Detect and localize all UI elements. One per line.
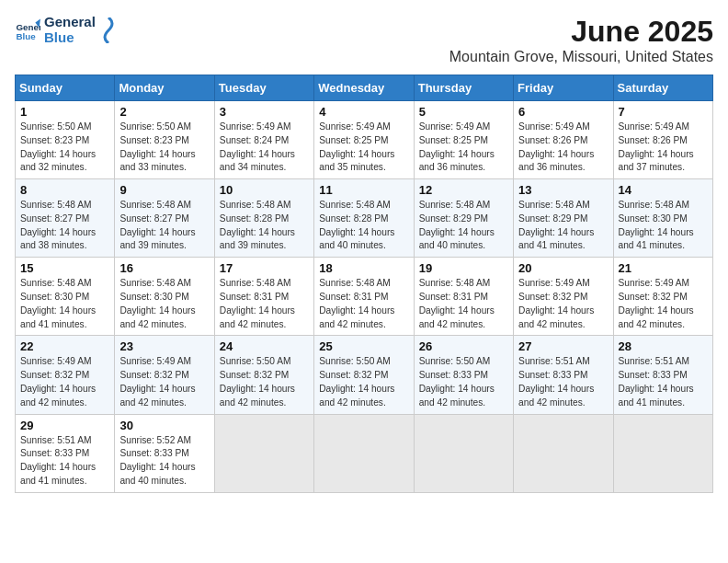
svg-text:Blue: Blue — [16, 30, 36, 40]
calendar-cell: 9 Sunrise: 5:48 AMSunset: 8:27 PMDayligh… — [115, 179, 214, 258]
cell-content: Sunrise: 5:50 AMSunset: 8:32 PMDaylight:… — [220, 356, 295, 407]
day-header-thursday: Thursday — [414, 75, 513, 101]
logo-wave-icon — [99, 17, 118, 43]
day-number: 12 — [419, 183, 508, 197]
calendar-cell: 27 Sunrise: 5:51 AMSunset: 8:33 PMDaylig… — [514, 336, 613, 414]
day-number: 7 — [619, 105, 708, 119]
day-header-tuesday: Tuesday — [214, 75, 313, 101]
day-number: 13 — [518, 183, 608, 197]
cell-content: Sunrise: 5:51 AMSunset: 8:33 PMDaylight:… — [20, 435, 96, 486]
day-number: 9 — [119, 183, 209, 197]
calendar-cell: 16 Sunrise: 5:48 AMSunset: 8:30 PMDaylig… — [115, 258, 214, 336]
calendar-cell: 10 Sunrise: 5:48 AMSunset: 8:28 PMDaylig… — [214, 179, 313, 258]
day-number: 17 — [220, 261, 309, 275]
day-number: 6 — [518, 105, 608, 119]
cell-content: Sunrise: 5:49 AMSunset: 8:32 PMDaylight:… — [119, 356, 195, 407]
calendar-cell: 8 Sunrise: 5:48 AMSunset: 8:27 PMDayligh… — [16, 179, 115, 258]
cell-content: Sunrise: 5:49 AMSunset: 8:24 PMDaylight:… — [220, 121, 295, 172]
calendar-cell: 29 Sunrise: 5:51 AMSunset: 8:33 PMDaylig… — [16, 414, 115, 492]
day-header-wednesday: Wednesday — [314, 75, 414, 101]
calendar-cell: 11 Sunrise: 5:48 AMSunset: 8:28 PMDaylig… — [314, 179, 414, 258]
calendar-cell — [214, 414, 313, 492]
day-header-monday: Monday — [115, 75, 214, 101]
cell-content: Sunrise: 5:48 AMSunset: 8:28 PMDaylight:… — [220, 200, 295, 250]
cell-content: Sunrise: 5:48 AMSunset: 8:27 PMDaylight:… — [119, 200, 195, 250]
day-number: 25 — [319, 339, 408, 353]
calendar-header-row: SundayMondayTuesdayWednesdayThursdayFrid… — [16, 75, 713, 101]
calendar-cell: 20 Sunrise: 5:49 AMSunset: 8:32 PMDaylig… — [514, 258, 613, 336]
calendar-cell: 23 Sunrise: 5:49 AMSunset: 8:32 PMDaylig… — [115, 336, 214, 414]
day-number: 21 — [619, 261, 708, 275]
calendar-cell — [314, 414, 414, 492]
cell-content: Sunrise: 5:48 AMSunset: 8:27 PMDaylight:… — [20, 200, 96, 250]
cell-content: Sunrise: 5:50 AMSunset: 8:23 PMDaylight:… — [20, 121, 96, 172]
logo: General Blue General Blue — [15, 15, 118, 45]
day-number: 18 — [319, 261, 408, 275]
calendar-cell: 1 Sunrise: 5:50 AMSunset: 8:23 PMDayligh… — [16, 101, 115, 179]
cell-content: Sunrise: 5:50 AMSunset: 8:32 PMDaylight:… — [319, 356, 394, 407]
calendar-week-row: 8 Sunrise: 5:48 AMSunset: 8:27 PMDayligh… — [16, 179, 713, 258]
calendar-cell: 24 Sunrise: 5:50 AMSunset: 8:32 PMDaylig… — [214, 336, 313, 414]
cell-content: Sunrise: 5:49 AMSunset: 8:32 PMDaylight:… — [619, 278, 694, 328]
cell-content: Sunrise: 5:49 AMSunset: 8:25 PMDaylight:… — [319, 121, 394, 172]
day-number: 14 — [619, 183, 708, 197]
cell-content: Sunrise: 5:49 AMSunset: 8:26 PMDaylight:… — [518, 121, 594, 172]
day-number: 23 — [119, 339, 209, 353]
cell-content: Sunrise: 5:48 AMSunset: 8:28 PMDaylight:… — [319, 200, 394, 250]
calendar-cell — [414, 414, 513, 492]
calendar-cell — [514, 414, 613, 492]
day-header-sunday: Sunday — [16, 75, 115, 101]
calendar-cell: 22 Sunrise: 5:49 AMSunset: 8:32 PMDaylig… — [16, 336, 115, 414]
day-header-saturday: Saturday — [613, 75, 712, 101]
calendar-cell: 13 Sunrise: 5:48 AMSunset: 8:29 PMDaylig… — [514, 179, 613, 258]
calendar-cell: 5 Sunrise: 5:49 AMSunset: 8:25 PMDayligh… — [414, 101, 513, 179]
header: General Blue General Blue June 2025 Moun… — [15, 15, 713, 65]
calendar-cell: 12 Sunrise: 5:48 AMSunset: 8:29 PMDaylig… — [414, 179, 513, 258]
cell-content: Sunrise: 5:48 AMSunset: 8:31 PMDaylight:… — [220, 278, 295, 328]
calendar-cell: 17 Sunrise: 5:48 AMSunset: 8:31 PMDaylig… — [214, 258, 313, 336]
cell-content: Sunrise: 5:48 AMSunset: 8:29 PMDaylight:… — [419, 200, 495, 250]
day-number: 26 — [419, 339, 508, 353]
cell-content: Sunrise: 5:50 AMSunset: 8:33 PMDaylight:… — [419, 356, 495, 407]
calendar-cell: 18 Sunrise: 5:48 AMSunset: 8:31 PMDaylig… — [314, 258, 414, 336]
day-number: 4 — [319, 105, 408, 119]
title-area: June 2025 Mountain Grove, Missouri, Unit… — [449, 15, 713, 65]
calendar-cell: 15 Sunrise: 5:48 AMSunset: 8:30 PMDaylig… — [16, 258, 115, 336]
cell-content: Sunrise: 5:49 AMSunset: 8:32 PMDaylight:… — [20, 356, 96, 407]
calendar-cell: 4 Sunrise: 5:49 AMSunset: 8:25 PMDayligh… — [314, 101, 414, 179]
day-number: 15 — [20, 261, 109, 275]
day-header-friday: Friday — [514, 75, 613, 101]
day-number: 24 — [220, 339, 309, 353]
calendar-cell: 19 Sunrise: 5:48 AMSunset: 8:31 PMDaylig… — [414, 258, 513, 336]
calendar-table: SundayMondayTuesdayWednesdayThursdayFrid… — [15, 75, 713, 493]
day-number: 22 — [20, 339, 109, 353]
day-number: 28 — [619, 339, 708, 353]
calendar-cell: 30 Sunrise: 5:52 AMSunset: 8:33 PMDaylig… — [115, 414, 214, 492]
cell-content: Sunrise: 5:48 AMSunset: 8:30 PMDaylight:… — [119, 278, 195, 328]
cell-content: Sunrise: 5:48 AMSunset: 8:30 PMDaylight:… — [20, 278, 96, 328]
cell-content: Sunrise: 5:48 AMSunset: 8:29 PMDaylight:… — [518, 200, 594, 250]
calendar-week-row: 15 Sunrise: 5:48 AMSunset: 8:30 PMDaylig… — [16, 258, 713, 336]
day-number: 20 — [518, 261, 608, 275]
day-number: 29 — [20, 419, 109, 432]
calendar-cell: 3 Sunrise: 5:49 AMSunset: 8:24 PMDayligh… — [214, 101, 313, 179]
calendar-cell: 21 Sunrise: 5:49 AMSunset: 8:32 PMDaylig… — [613, 258, 712, 336]
calendar-cell: 26 Sunrise: 5:50 AMSunset: 8:33 PMDaylig… — [414, 336, 513, 414]
cell-content: Sunrise: 5:48 AMSunset: 8:31 PMDaylight:… — [419, 278, 495, 328]
day-number: 3 — [220, 105, 309, 119]
day-number: 1 — [20, 105, 109, 119]
location-title: Mountain Grove, Missouri, United States — [449, 49, 713, 65]
day-number: 19 — [419, 261, 508, 275]
month-title: June 2025 — [449, 15, 713, 49]
calendar-week-row: 1 Sunrise: 5:50 AMSunset: 8:23 PMDayligh… — [16, 101, 713, 179]
calendar-week-row: 29 Sunrise: 5:51 AMSunset: 8:33 PMDaylig… — [16, 414, 713, 492]
day-number: 10 — [220, 183, 309, 197]
day-number: 8 — [20, 183, 109, 197]
cell-content: Sunrise: 5:49 AMSunset: 8:26 PMDaylight:… — [619, 121, 694, 172]
logo-icon: General Blue — [15, 17, 40, 43]
calendar-cell: 25 Sunrise: 5:50 AMSunset: 8:32 PMDaylig… — [314, 336, 414, 414]
calendar-cell — [613, 414, 712, 492]
logo-blue: Blue — [44, 30, 96, 46]
calendar-cell: 2 Sunrise: 5:50 AMSunset: 8:23 PMDayligh… — [115, 101, 214, 179]
day-number: 27 — [518, 339, 608, 353]
